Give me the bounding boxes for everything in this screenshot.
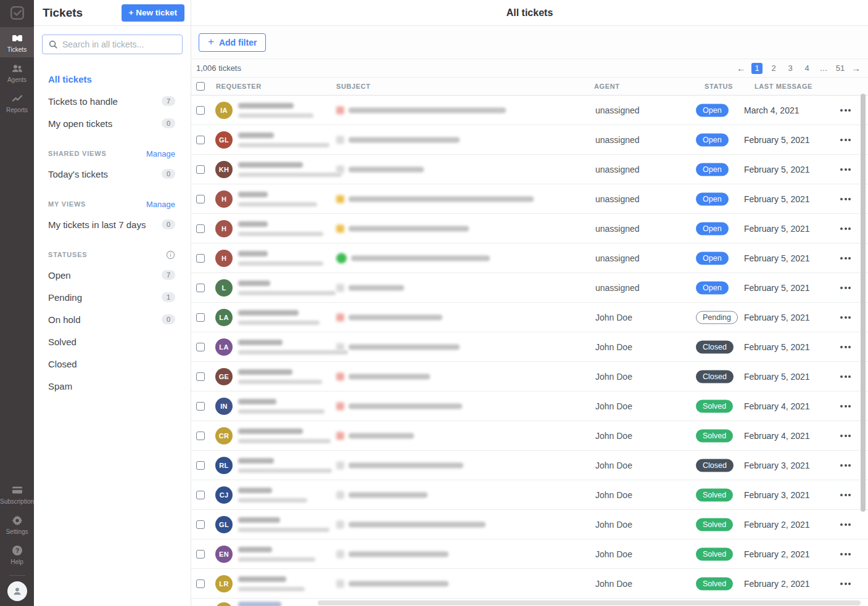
row-menu-button[interactable] [839,490,852,500]
row-menu-button[interactable] [839,135,852,145]
count-badge: 0 [162,169,175,179]
add-filter-button[interactable]: + Add filter [199,33,266,52]
ticket-row[interactable]: LA John Doe Closed February 5, 2021 [191,332,868,362]
ticket-row[interactable]: CJ John Doe Solved February 3, 2021 [191,480,868,510]
pagination-page-3[interactable]: 3 [785,63,796,74]
row-menu-button[interactable] [839,224,852,234]
row-checkbox[interactable] [196,343,205,351]
row-checkbox[interactable] [196,461,205,470]
row-checkbox[interactable] [196,254,205,263]
user-avatar[interactable] [7,581,27,601]
ticket-row[interactable]: LR John Doe Solved February 2, 2021 [191,569,868,599]
ticket-count: 1,006 tickets [196,63,241,73]
ticket-row[interactable]: IN John Doe Solved February 4, 2021 [191,391,868,421]
rail-item-label: Help [10,559,23,565]
row-checkbox[interactable] [196,165,205,174]
rail-item-label: Agents [7,76,27,83]
next-page-icon[interactable]: → [851,63,861,73]
sidebar-item-solved[interactable]: Solved [48,330,175,353]
sidebar-item-pending[interactable]: Pending 1 [48,286,175,308]
sidebar-item-open[interactable]: Open 7 [48,264,175,286]
row-checkbox[interactable] [196,106,205,115]
ticket-row[interactable]: GL unassigned Open February 5, 2021 [191,125,868,155]
rail-item-settings[interactable]: Settings [0,509,34,539]
ticket-row[interactable]: H unassigned Open February 5, 2021 [191,214,868,244]
row-menu-button[interactable] [839,549,852,559]
row-checkbox[interactable] [196,195,205,203]
last-message-date: February 4, 2021 [744,431,810,441]
sidebar-item-today-s-tickets[interactable]: Today's tickets 0 [48,163,175,185]
ticket-row[interactable]: GL John Doe Solved February 2, 2021 [191,510,868,539]
row-menu-button[interactable] [839,342,852,352]
row-checkbox[interactable] [196,402,205,411]
select-all-checkbox[interactable] [196,82,205,91]
sidebar-item-my-open-tickets[interactable]: My open tickets 0 [48,112,175,134]
vertical-scrollbar-thumb[interactable] [861,94,866,512]
sidebar-item-spam[interactable]: Spam [48,375,175,397]
row-checkbox[interactable] [196,550,205,559]
row-menu-button[interactable] [839,105,852,115]
row-menu-button[interactable] [839,372,852,382]
count-badge: 0 [162,118,175,128]
requester-name-redacted [238,103,294,109]
rail-item-reports[interactable]: Reports [0,88,34,118]
ticket-row[interactable]: RL John Doe Closed February 3, 2021 [191,451,868,480]
sidebar-item-closed[interactable]: Closed [48,353,175,375]
ticket-row[interactable]: GE John Doe Closed February 5, 2021 [191,362,868,391]
row-menu-button[interactable] [839,165,852,174]
horizontal-scrollbar-thumb[interactable] [318,600,861,605]
row-checkbox[interactable] [196,432,205,440]
info-icon[interactable] [166,250,175,260]
manage-link[interactable]: Manage [146,200,175,209]
rail-item-help[interactable]: ? Help [0,539,34,570]
sidebar-item-on-hold[interactable]: On hold 0 [48,308,175,330]
requester-avatar: GL [215,131,233,149]
ticket-row[interactable]: L unassigned Open February 5, 2021 [191,273,868,303]
row-menu-button[interactable] [839,194,852,204]
ticket-row[interactable]: IA unassigned Open March 4, 2021 [191,96,868,125]
subject-cell [336,372,430,380]
row-checkbox[interactable] [196,284,205,292]
ticket-row[interactable]: EN John Doe Solved February 2, 2021 [191,539,868,569]
row-checkbox[interactable] [196,136,205,144]
ticket-row[interactable]: CR John Doe Solved February 4, 2021 [191,421,868,451]
manage-link[interactable]: Manage [146,149,175,158]
row-checkbox[interactable] [196,224,205,233]
row-menu-button[interactable] [839,520,852,530]
row-menu-button[interactable] [839,579,852,589]
row-menu-button[interactable] [839,313,852,322]
row-checkbox[interactable] [196,313,205,322]
ticket-row[interactable]: LA John Doe Pending February 5, 2021 [191,303,868,332]
subject-emoji-icon [336,550,344,558]
rail-item-subscription[interactable]: Subscription [0,479,34,509]
pagination-page-2[interactable]: 2 [768,63,779,74]
row-checkbox[interactable] [196,491,205,499]
row-menu-button[interactable] [839,431,852,441]
requester-name-redacted [238,488,272,493]
row-checkbox[interactable] [196,579,205,588]
prev-page-icon[interactable]: ← [737,63,746,73]
search-box[interactable] [42,35,183,54]
pagination-page-51[interactable]: 51 [835,63,846,74]
sidebar-item-tickets-to-handle[interactable]: Tickets to handle 7 [48,90,175,112]
requester-avatar: GL [215,516,233,533]
requester-email-redacted [238,469,332,473]
search-input[interactable] [62,39,176,49]
row-menu-button[interactable] [839,253,852,263]
pagination-page-1[interactable]: 1 [751,63,763,74]
row-menu-button[interactable] [839,283,852,293]
pagination-page-4[interactable]: 4 [801,63,812,74]
rail-item-tickets[interactable]: Tickets [0,27,34,57]
new-ticket-button[interactable]: + New ticket [122,4,184,22]
row-menu-button[interactable] [839,461,852,470]
ticket-row[interactable]: H unassigned Open February 5, 2021 [191,184,868,214]
sidebar-item-my-tickets-in-last-7-days[interactable]: My tickets in last 7 days 0 [48,213,175,235]
ticket-row[interactable]: KH unassigned Open February 5, 2021 [191,155,868,184]
row-checkbox[interactable] [196,520,205,529]
row-menu-button[interactable] [839,401,852,411]
row-checkbox[interactable] [196,372,205,381]
agent-name: John Doe [595,372,632,382]
ticket-row[interactable]: H unassigned Open February 5, 2021 [191,244,868,273]
rail-item-agents[interactable]: Agents [0,57,34,88]
sidebar-item-all-tickets[interactable]: All tickets [48,68,175,90]
